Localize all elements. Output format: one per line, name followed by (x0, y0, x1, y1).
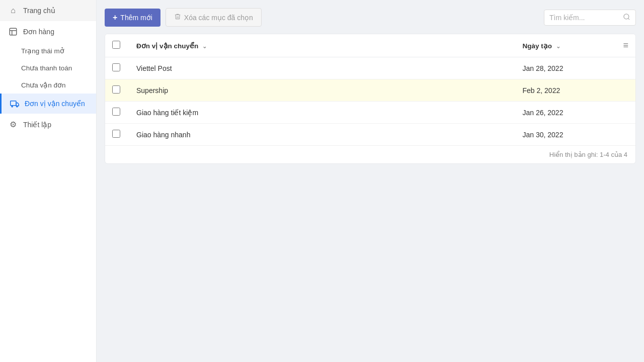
row-checkbox-cell (105, 57, 128, 79)
table-container: Đơn vị vận chuyển ⌄ Ngày tạo ⌄ ≡ Viett (105, 34, 636, 164)
row-name: Giao hàng tiết kiệm (128, 102, 514, 124)
main-content: + Thêm mới Xóa các mục đã chọn (97, 0, 644, 362)
row-actions (615, 102, 635, 124)
row-actions (615, 124, 635, 146)
table-footer: Hiển thị bản ghi: 1-4 của 4 (105, 145, 635, 163)
svg-line-7 (628, 18, 629, 20)
row-checkbox-cell (105, 124, 128, 146)
settings-icon (8, 120, 18, 129)
row-actions (615, 79, 635, 102)
sidebar-item-label: Trạng thái mở (21, 47, 64, 55)
svg-rect-3 (11, 101, 16, 106)
sidebar-item-label: Đơn hàng (23, 28, 54, 36)
svg-point-4 (12, 106, 13, 107)
delete-button[interactable]: Xóa các mục đã chọn (166, 8, 262, 27)
table-row: Giao hàng tiết kiệm Jan 26, 2022 (105, 102, 635, 124)
svg-point-5 (17, 106, 18, 107)
row-checkbox-cell (105, 102, 128, 124)
sidebar-item-label: Chưa vận đơn (21, 81, 66, 89)
table-row: Viettel Post Jan 28, 2022 (105, 57, 635, 79)
sidebar-item-don-vi-van-chuyen[interactable]: Đơn vị vận chuyển (0, 94, 96, 114)
svg-rect-0 (10, 28, 17, 35)
sidebar-item-trang-chu[interactable]: Trang chủ (0, 0, 96, 21)
toolbar: + Thêm mới Xóa các mục đã chọn (105, 8, 636, 27)
row-date: Jan 30, 2022 (514, 124, 615, 146)
sidebar-item-chua-thanh-toan[interactable]: Chưa thanh toán (0, 59, 96, 76)
row-name: Viettel Post (128, 57, 514, 79)
search-icon (623, 13, 630, 22)
sidebar-item-label: Trang chủ (23, 7, 55, 15)
trash-icon (174, 13, 181, 22)
select-all-checkbox[interactable] (112, 41, 120, 49)
select-all-header (105, 34, 128, 57)
sidebar-item-label: Đơn vị vận chuyển (25, 100, 85, 108)
table-header-row: Đơn vị vận chuyển ⌄ Ngày tạo ⌄ ≡ (105, 34, 635, 57)
row-name: Giao hàng nhanh (128, 124, 514, 146)
plus-icon: + (113, 13, 117, 22)
sidebar: Trang chủ Đơn hàng Trạng thái mở Chưa th… (0, 0, 97, 362)
row-checkbox[interactable] (112, 85, 120, 94)
sidebar-item-label: Thiết lập (23, 121, 51, 129)
sidebar-item-trang-thai-mo[interactable]: Trạng thái mở (0, 42, 96, 59)
list-icon: ≡ (623, 40, 628, 50)
svg-point-6 (624, 14, 629, 19)
row-checkbox[interactable] (112, 108, 120, 116)
row-checkbox[interactable] (112, 130, 120, 138)
table-row: Giao hàng nhanh Jan 30, 2022 (105, 124, 635, 146)
sort-icon-date: ⌄ (556, 43, 560, 49)
add-button[interactable]: + Thêm mới (105, 9, 160, 27)
sidebar-item-thiet-lap[interactable]: Thiết lập (0, 114, 96, 135)
orders-icon (8, 27, 18, 36)
row-date: Jan 26, 2022 (514, 102, 615, 124)
sidebar-item-chua-van-don[interactable]: Chưa vận đơn (0, 76, 96, 94)
row-checkbox-cell (105, 79, 128, 102)
shipping-table: Đơn vị vận chuyển ⌄ Ngày tạo ⌄ ≡ Viett (105, 34, 635, 145)
search-input[interactable] (549, 14, 620, 22)
row-date: Jan 28, 2022 (514, 57, 615, 79)
row-actions (615, 57, 635, 79)
row-date: Feb 2, 2022 (514, 79, 615, 102)
column-header-name[interactable]: Đơn vị vận chuyển ⌄ (128, 34, 514, 57)
home-icon (8, 6, 18, 15)
column-header-date[interactable]: Ngày tạo ⌄ (514, 34, 615, 57)
column-header-actions: ≡ (615, 34, 635, 57)
sidebar-item-label: Chưa thanh toán (21, 64, 72, 72)
table-row: Supership Feb 2, 2022 (105, 79, 635, 102)
row-name: Supership (128, 79, 514, 102)
search-container (544, 10, 636, 26)
sidebar-item-don-hang[interactable]: Đơn hàng (0, 21, 96, 42)
row-checkbox[interactable] (112, 63, 120, 71)
shipping-icon (10, 100, 20, 108)
sort-icon-name: ⌄ (202, 43, 207, 49)
